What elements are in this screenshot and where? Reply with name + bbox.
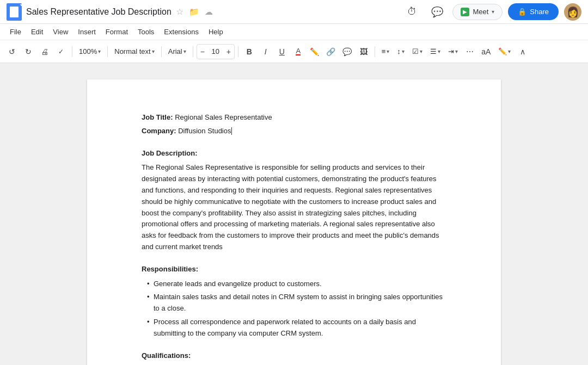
font-size-value[interactable]: 10 <box>208 47 223 55</box>
share-label: Share <box>530 8 549 16</box>
responsibilities-list: Generate leads and evangelize product to… <box>142 279 446 339</box>
history-button[interactable]: ⏱ <box>402 2 422 22</box>
chat-button[interactable]: 💬 <box>427 2 447 22</box>
toolbar-divider-5 <box>238 46 238 57</box>
paint-icon: ✏️ <box>498 47 507 55</box>
toolbar-divider-2 <box>107 46 108 57</box>
folder-icon[interactable]: 📁 <box>189 7 199 17</box>
title-bar: Sales Representative Job Description ☆ 📁… <box>0 0 588 24</box>
font-size-increase[interactable]: + <box>223 44 234 59</box>
spellcheck-button[interactable]: ✓ <box>53 44 69 59</box>
line-spacing-dropdown-icon: ▾ <box>402 48 405 54</box>
cloud-icon[interactable]: ☁ <box>205 7 213 17</box>
responsibilities-title: Responsibilities: <box>142 264 446 275</box>
bold-icon: B <box>247 47 252 56</box>
image-button[interactable]: 🖼 <box>356 44 371 59</box>
toolbar-divider-4 <box>193 46 193 57</box>
meet-icon: ▶ <box>461 8 469 16</box>
line-spacing-selector[interactable]: ↕ ▾ <box>394 44 408 59</box>
meet-button[interactable]: ▶ Meet ▾ <box>452 4 503 20</box>
list-dropdown-icon: ▾ <box>438 48 440 54</box>
bold-button[interactable]: B <box>242 44 257 59</box>
menu-insert[interactable]: Insert <box>74 26 100 38</box>
print-button[interactable]: 🖨 <box>37 44 52 59</box>
menu-edit[interactable]: Edit <box>27 26 47 38</box>
print-icon: 🖨 <box>41 47 48 56</box>
menu-help[interactable]: Help <box>204 26 228 38</box>
document-page[interactable]: Job Title: Regional Sales Representative… <box>87 79 501 365</box>
spellcheck-icon: ✓ <box>58 48 64 55</box>
list-item: Generate leads and evangelize product to… <box>147 279 446 290</box>
star-icon[interactable]: ☆ <box>176 7 183 17</box>
company-field: Company: Diffusion Studios <box>142 126 446 137</box>
job-title-label: Job Title: <box>142 113 173 121</box>
checklist-icon: ☑ <box>412 47 419 55</box>
qualifications-title: Qualifications: <box>142 350 446 362</box>
menu-bar: File Edit View Insert Format Tools Exten… <box>0 24 588 40</box>
style-dropdown-icon: ▾ <box>152 48 155 54</box>
font-selector[interactable]: Arial ▾ <box>165 44 189 59</box>
menu-format[interactable]: Format <box>101 26 132 38</box>
comment-icon: 💬 <box>342 47 352 56</box>
more-icon: ⋯ <box>466 47 474 56</box>
underline-button[interactable]: U <box>274 44 290 59</box>
toolbar-divider-1 <box>72 46 72 57</box>
user-avatar[interactable]: 👩 <box>564 3 581 21</box>
undo-button[interactable]: ↺ <box>4 44 20 59</box>
paint-dropdown-icon: ▾ <box>508 48 511 54</box>
document-title[interactable]: Sales Representative Job Description <box>26 7 171 17</box>
meet-dropdown-icon: ▾ <box>492 9 494 15</box>
description-body: The Regional Sales Representative is res… <box>142 162 446 252</box>
list-icon: ☰ <box>430 47 437 55</box>
job-title-value: Regional Sales Representative <box>173 113 272 121</box>
indent-dropdown-icon: ▾ <box>455 48 458 54</box>
italic-button[interactable]: I <box>258 44 273 59</box>
text-color-button[interactable]: A <box>291 44 306 59</box>
highlight-button[interactable]: ✏️ <box>307 44 322 59</box>
link-button[interactable]: 🔗 <box>323 44 339 59</box>
menu-tools[interactable]: Tools <box>133 26 158 38</box>
job-title-field: Job Title: Regional Sales Representative <box>142 112 446 123</box>
align-dropdown-icon: ▾ <box>387 48 389 54</box>
expand-button[interactable]: ∧ <box>515 44 530 59</box>
redo-button[interactable]: ↻ <box>21 44 36 59</box>
toolbar-divider-3 <box>161 46 162 57</box>
indent-icon: ⇥ <box>448 47 454 55</box>
company-value: Diffusion Studios <box>176 127 231 135</box>
title-left: Sales Representative Job Description ☆ 📁… <box>7 3 213 21</box>
toolbar-divider-6 <box>375 46 375 57</box>
style-selector[interactable]: Normal text ▾ <box>111 44 157 59</box>
highlight-icon: ✏️ <box>310 47 319 56</box>
menu-file[interactable]: File <box>5 26 26 38</box>
text-cursor <box>231 127 232 135</box>
description-title: Job Description: <box>142 148 446 159</box>
checklist-selector[interactable]: ☑ ▾ <box>409 44 426 59</box>
meet-label: Meet <box>473 8 488 16</box>
checklist-dropdown-icon: ▾ <box>420 48 422 54</box>
more-options-button[interactable]: ⋯ <box>462 44 477 59</box>
zoom-selector[interactable]: 100% ▾ <box>76 44 104 59</box>
paint-format-selector[interactable]: ✏️ ▾ <box>495 44 514 59</box>
indent-selector[interactable]: ⇥ ▾ <box>445 44 461 59</box>
list-selector[interactable]: ☰ ▾ <box>427 44 444 59</box>
align-icon: ≡ <box>382 47 386 55</box>
style-value: Normal text <box>114 47 150 55</box>
google-docs-icon <box>7 3 22 21</box>
toolbar: ↺ ↻ 🖨 ✓ 100% ▾ Normal text ▾ Arial ▾ − 1… <box>0 40 588 63</box>
italic-icon: I <box>265 47 267 56</box>
align-selector[interactable]: ≡ ▾ <box>378 44 393 59</box>
comment-button[interactable]: 💬 <box>340 44 355 59</box>
undo-icon: ↺ <box>9 47 15 56</box>
company-label: Company: <box>142 127 176 135</box>
menu-extensions[interactable]: Extensions <box>160 26 203 38</box>
line-spacing-icon: ↕ <box>397 47 401 55</box>
expand-icon: ∧ <box>520 47 525 56</box>
history-icon: ⏱ <box>407 6 417 17</box>
spellcheck2-icon: aA <box>481 47 491 56</box>
spellcheck2-button[interactable]: aA <box>479 44 494 59</box>
menu-view[interactable]: View <box>48 26 72 38</box>
text-color-icon: A <box>296 47 301 55</box>
share-button[interactable]: 🔒 Share <box>508 3 559 20</box>
zoom-dropdown-icon: ▾ <box>98 48 101 54</box>
font-size-decrease[interactable]: − <box>197 44 208 59</box>
